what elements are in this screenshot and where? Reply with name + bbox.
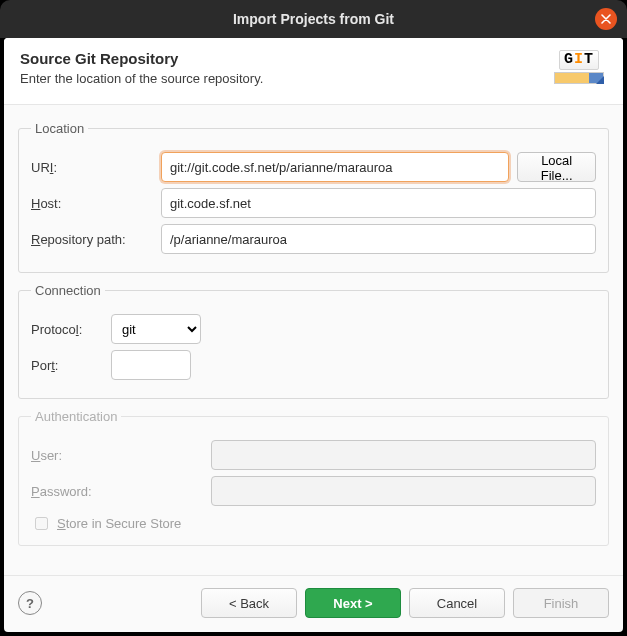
wizard-footer: ? < Back Next > Cancel Finish (4, 575, 623, 632)
finish-button: Finish (513, 588, 609, 618)
window-close-button[interactable] (595, 8, 617, 30)
password-input (211, 476, 596, 506)
port-input[interactable] (111, 350, 191, 380)
help-button[interactable]: ? (18, 591, 42, 615)
store-secure-label: Store in Secure Store (57, 516, 181, 531)
back-button[interactable]: < Back (201, 588, 297, 618)
wizard-content: Location URI: Local File... Host: (4, 105, 623, 575)
page-subtitle: Enter the location of the source reposit… (20, 71, 263, 86)
port-label: Port: (31, 358, 101, 373)
store-secure-checkbox (35, 517, 48, 530)
close-icon (601, 14, 611, 24)
connection-group: Connection Protocol: gitsshhttphttpsfile… (18, 283, 609, 399)
git-logo-icon: GIT (551, 50, 607, 92)
page-title: Source Git Repository (20, 50, 263, 67)
repopath-label: Repository path: (31, 232, 151, 247)
window-title: Import Projects from Git (233, 11, 394, 27)
host-input[interactable] (161, 188, 596, 218)
connection-legend: Connection (31, 283, 105, 298)
cancel-button[interactable]: Cancel (409, 588, 505, 618)
protocol-select[interactable]: gitsshhttphttpsfile (111, 314, 201, 344)
location-group: Location URI: Local File... Host: (18, 121, 609, 273)
repopath-input[interactable] (161, 224, 596, 254)
next-button[interactable]: Next > (305, 588, 401, 618)
host-label: Host: (31, 196, 151, 211)
user-label: User: (31, 448, 201, 463)
titlebar: Import Projects from Git (0, 0, 627, 38)
dialog-window: Import Projects from Git Source Git Repo… (0, 0, 627, 636)
authentication-legend: Authentication (31, 409, 121, 424)
dialog-body: Source Git Repository Enter the location… (4, 38, 623, 632)
wizard-header: Source Git Repository Enter the location… (4, 38, 623, 105)
uri-label: URI: (31, 160, 151, 175)
uri-input[interactable] (161, 152, 509, 182)
location-legend: Location (31, 121, 88, 136)
user-input (211, 440, 596, 470)
store-secure-row: Store in Secure Store (31, 514, 596, 533)
local-file-button[interactable]: Local File... (517, 152, 596, 182)
authentication-group: Authentication User: Password: (18, 409, 609, 546)
password-label: Password: (31, 484, 201, 499)
protocol-label: Protocol: (31, 322, 101, 337)
